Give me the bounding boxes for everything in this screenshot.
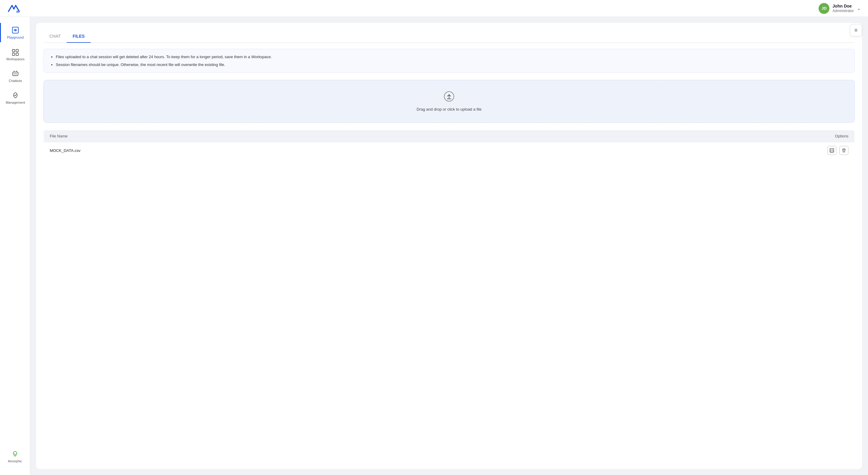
svg-text:ai: ai [16,9,19,13]
upload-icon [444,91,455,104]
sidebar-item-chatbots[interactable]: Chatbots [0,66,30,86]
file-name-cell: MOCK_DATA.csv [44,142,501,159]
sidebar-bottom: Amorphic [0,447,30,469]
info-list: Files uploaded to a chat session will ge… [50,54,848,67]
user-info: John Doe Administrator [832,4,854,13]
info-item-1: Files uploaded to a chat session will ge… [56,54,848,60]
app-logo: ai [7,3,21,14]
sidebar-label-chatbots: Chatbots [9,79,22,83]
files-table-header: File Name Options [44,130,855,142]
tab-chat[interactable]: CHAT [43,30,67,43]
amorphic-icon [11,450,19,458]
svg-rect-16 [830,151,833,152]
svg-rect-3 [12,50,15,52]
svg-point-12 [16,71,17,71]
info-item-2: Session filenames should be unique. Othe… [56,62,848,68]
table-header-row: File Name Options [44,130,855,142]
svg-point-9 [15,73,16,74]
workspaces-icon [11,48,20,56]
avatar: JD [818,3,830,14]
sidebar-label-playground: Playground [7,36,24,39]
svg-point-2 [15,30,16,31]
tabs-bar: CHAT FILES [43,30,855,43]
app-body: Playground Workspaces [0,17,868,475]
sidebar: Playground Workspaces [0,17,30,475]
file-options-cell [501,142,855,159]
sidebar-item-playground[interactable]: Playground [0,23,30,42]
upload-label: Drag and drop or click to upload a file [416,107,481,112]
svg-point-8 [14,73,15,74]
sidebar-bottom-label: Amorphic [8,459,22,463]
tab-files[interactable]: FILES [67,30,91,43]
svg-rect-4 [16,50,19,52]
table-row: MOCK_DATA.csv [44,142,855,159]
logo-area: ai [7,3,21,14]
delete-file-button[interactable] [839,146,848,155]
svg-point-11 [14,71,14,71]
files-table: File Name Options MOCK_DATA.csv [43,130,855,159]
user-role: Administrator [832,9,854,13]
main-content: CHAT FILES Files uploaded to a chat sess… [30,17,868,475]
action-icons-group [507,146,848,155]
svg-rect-5 [12,53,15,56]
sidebar-item-management[interactable]: Management [0,88,30,107]
header-user-area[interactable]: JD John Doe Administrator ⌄ [818,3,861,14]
management-icon [11,91,20,99]
playground-icon [11,26,20,34]
svg-point-10 [16,73,17,74]
right-panel-toggle-button[interactable]: ≡ [850,24,862,36]
page-card: CHAT FILES Files uploaded to a chat sess… [36,23,862,469]
sidebar-item-amorphic[interactable]: Amorphic [0,447,30,466]
user-menu-chevron[interactable]: ⌄ [857,5,861,11]
col-header-filename: File Name [44,130,501,142]
user-name: John Doe [832,4,852,9]
files-table-body: MOCK_DATA.csv [44,142,855,159]
col-header-options: Options [501,130,855,142]
info-box: Files uploaded to a chat session will ge… [43,49,855,73]
svg-rect-6 [16,53,19,56]
sidebar-label-workspaces: Workspaces [6,57,24,61]
sidebar-nav-items: Playground Workspaces [0,23,30,447]
save-to-workspace-button[interactable] [827,146,836,155]
chatbots-icon [11,69,20,78]
sidebar-label-management: Management [6,101,25,104]
file-upload-zone[interactable]: Drag and drop or click to upload a file [43,80,855,123]
sidebar-item-workspaces[interactable]: Workspaces [0,44,30,64]
top-header: ai JD John Doe Administrator ⌄ [0,0,868,17]
trash-icon [841,148,846,153]
save-icon [830,148,834,153]
hamburger-icon: ≡ [855,27,858,33]
